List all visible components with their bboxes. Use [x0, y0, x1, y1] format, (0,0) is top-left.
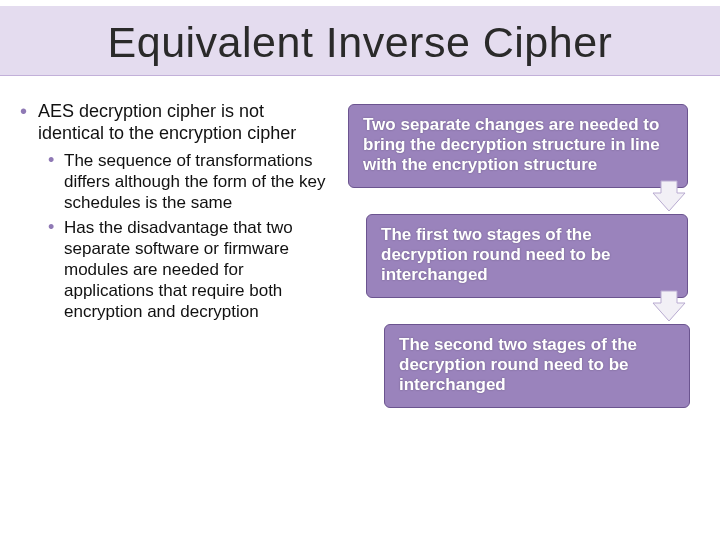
- bullet-sub: • The sequence of transformations differ…: [48, 150, 330, 213]
- bullet-main: • AES decryption cipher is not identical…: [20, 100, 330, 144]
- bullet-main-text: AES decryption cipher is not identical t…: [38, 100, 330, 144]
- callout-box-1: Two separate changes are needed to bring…: [348, 104, 688, 188]
- callout-box-3: The second two stages of the decryption …: [384, 324, 690, 408]
- callout-box-2: The first two stages of the decryption r…: [366, 214, 688, 298]
- content-area: • AES decryption cipher is not identical…: [0, 76, 720, 408]
- left-column: • AES decryption cipher is not identical…: [20, 100, 330, 408]
- down-arrow-icon: [649, 179, 689, 213]
- bullet-sub-text: Has the disadvantage that two separate s…: [64, 217, 330, 322]
- bullet-sub-text: The sequence of transformations differs …: [64, 150, 330, 213]
- bullet-dot-icon: •: [20, 100, 38, 144]
- bullet-sub: • Has the disadvantage that two separate…: [48, 217, 330, 322]
- down-arrow-icon: [649, 289, 689, 323]
- bullet-dot-icon: •: [48, 150, 64, 213]
- callout-text: Two separate changes are needed to bring…: [363, 115, 673, 175]
- bullet-dot-icon: •: [48, 217, 64, 322]
- right-column: Two separate changes are needed to bring…: [348, 100, 700, 408]
- slide-title: Equivalent Inverse Cipher: [0, 18, 720, 67]
- callout-text: The second two stages of the decryption …: [399, 335, 675, 395]
- title-band: Equivalent Inverse Cipher: [0, 6, 720, 76]
- callout-text: The first two stages of the decryption r…: [381, 225, 673, 285]
